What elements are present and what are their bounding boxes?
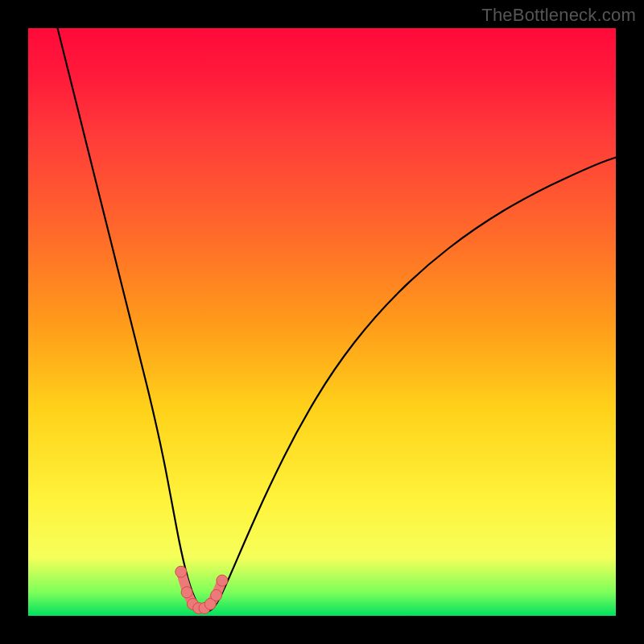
valley-marker-dot — [217, 575, 228, 586]
valley-marker-dot — [175, 566, 187, 577]
valley-markers — [175, 566, 228, 613]
chart-frame: TheBottleneck.com — [0, 0, 644, 644]
plot-area — [28, 28, 616, 616]
bottleneck-curve — [58, 28, 617, 611]
watermark-text: TheBottleneck.com — [481, 5, 636, 26]
valley-marker-dot — [211, 589, 222, 601]
valley-marker-dot — [181, 587, 192, 598]
curve-svg — [28, 28, 616, 616]
